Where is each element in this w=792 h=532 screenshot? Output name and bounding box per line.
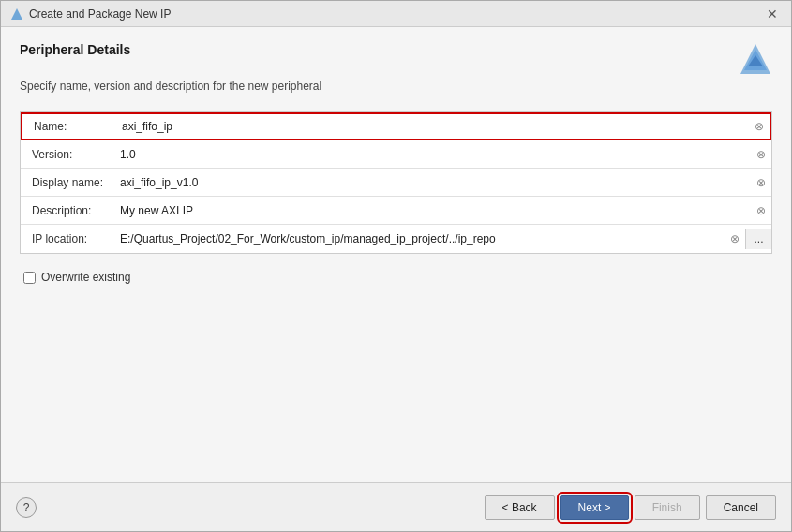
name-clear-button[interactable]: ⊗ (749, 116, 770, 137)
overwrite-row: Overwrite existing (20, 265, 772, 284)
ip-location-input[interactable] (114, 229, 725, 249)
content-area: Peripheral Details Specify name, version… (1, 27, 791, 482)
section-header: Peripheral Details (20, 42, 772, 76)
close-button[interactable]: ✕ (763, 6, 782, 22)
description-label: Description: (21, 200, 114, 221)
display-name-label: Display name: (21, 172, 114, 193)
finish-button[interactable]: Finish (635, 495, 700, 520)
back-button[interactable]: < Back (485, 495, 555, 520)
svg-marker-0 (11, 8, 22, 20)
vivado-logo (739, 42, 772, 76)
ip-location-clear-button[interactable]: ⊗ (725, 229, 745, 249)
description-input[interactable] (114, 200, 751, 221)
form-area: Name: ⊗ Version: ⊗ Display name: ⊗ Descr… (20, 111, 772, 254)
cancel-button[interactable]: Cancel (706, 495, 776, 520)
title-bar: Create and Package New IP ✕ (1, 1, 791, 27)
next-button[interactable]: Next > (560, 495, 629, 520)
overwrite-checkbox[interactable] (23, 272, 36, 284)
section-title: Peripheral Details (20, 42, 130, 57)
section-subtitle: Specify name, version and description fo… (20, 80, 772, 93)
dialog-title: Create and Package New IP (29, 7, 171, 21)
version-row: Version: ⊗ (21, 140, 771, 169)
version-clear-button[interactable]: ⊗ (751, 144, 771, 165)
title-bar-left: Create and Package New IP (10, 7, 171, 21)
help-button[interactable]: ? (16, 497, 37, 518)
display-name-row: Display name: ⊗ (21, 169, 771, 197)
footer-right: < Back Next > Finish Cancel (485, 495, 776, 520)
version-label: Version: (21, 144, 114, 165)
footer: ? < Back Next > Finish Cancel (1, 482, 791, 531)
main-dialog: Create and Package New IP ✕ Peripheral D… (0, 0, 792, 532)
ip-location-browse-button[interactable]: ... (745, 229, 771, 249)
overwrite-label[interactable]: Overwrite existing (41, 271, 130, 284)
app-icon (10, 7, 23, 21)
name-label: Name: (22, 116, 116, 137)
name-row: Name: ⊗ (21, 112, 771, 140)
description-clear-button[interactable]: ⊗ (751, 200, 771, 221)
ip-location-row: IP location: ⊗ ... (21, 225, 771, 253)
ip-location-label: IP location: (21, 229, 114, 249)
version-input[interactable] (114, 144, 751, 165)
display-name-clear-button[interactable]: ⊗ (751, 172, 771, 193)
name-input[interactable] (116, 116, 749, 137)
description-row: Description: ⊗ (21, 197, 771, 225)
display-name-input[interactable] (114, 172, 751, 193)
footer-left: ? (16, 497, 37, 518)
